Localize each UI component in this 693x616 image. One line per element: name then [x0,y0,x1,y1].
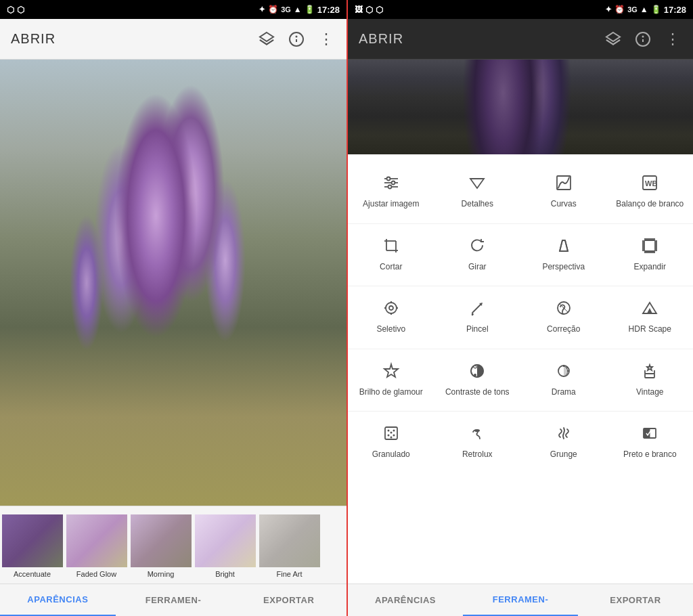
left-panel: ⬡ ⬡ ✦ ⏰ 3G ▲ 🔋 17:28 ABRIR [0,0,346,616]
status-icons-right: ✦ ⏰ 3G ▲ 🔋 17:28 [259,5,340,15]
image-area-right [348,60,693,154]
curvas-icon [552,171,576,195]
info-icon[interactable] [287,30,306,49]
tool-retrolux[interactable]: Retrolux [439,417,516,464]
tool-curvas[interactable]: Curvas [524,167,602,214]
bottom-nav-exportar-left[interactable]: EXPORTAR [231,584,346,616]
tool-perspectiva[interactable]: Perspectiva [524,229,602,277]
filter-faded-glow[interactable]: Faded Glow [64,506,129,584]
tool-girar[interactable]: Girar [439,229,516,277]
tool-label-glamour: Brilho de glamour [359,387,423,398]
tool-correcao[interactable]: Correção [524,292,602,339]
bottom-nav-right: APARÊNCIAS FERRAMEN- EXPORTAR [348,584,693,616]
tool-label-hdr: HDR Scape [629,324,671,335]
bottom-nav-aparencias-right[interactable]: APARÊNCIAS [348,584,463,616]
right-panel: 🖼 ⬡ ⬡ ✦ ⏰ 3G ▲ 🔋 17:28 ABRIR [346,0,693,616]
crop-icon [379,234,403,258]
svg-point-49 [474,374,476,376]
toolbar-icons-right: ⋮ [604,30,682,49]
bottom-nav-ferramen-left[interactable]: FERRAMEN- [116,584,231,616]
toolbar-icons-left: ⋮ [257,30,336,49]
svg-point-12 [391,181,395,185]
tools-row-2: Cortar Girar [348,224,693,287]
info-icon-right[interactable] [633,30,652,49]
tool-expandir[interactable]: Expandir [611,229,689,277]
tool-cortar[interactable]: Cortar [352,229,430,277]
tool-seletivo[interactable]: Seletivo [352,292,430,339]
filter-label-faded-glow: Faded Glow [76,570,116,578]
pb-icon [638,421,662,445]
rotate-icon [465,234,489,258]
filter-thumb-faded-glow [66,514,127,567]
more-vert-icon-right[interactable]: ⋮ [663,30,682,49]
tool-granulado[interactable]: Granulado [352,417,430,464]
expand-icon [638,234,662,258]
bottom-nav-aparencias-left[interactable]: APARÊNCIAS [0,584,116,616]
status-icons-left: ⬡ ⬡ [7,5,24,15]
correcao-icon [552,296,576,320]
tool-label-vintage: Vintage [636,387,663,398]
bottom-nav-ferramen-right[interactable]: FERRAMEN- [463,584,578,616]
filter-label-morning: Morning [148,570,175,578]
bluetooth-icon: ✦ [259,5,265,14]
filter-strip[interactable]: Accentuate Faded Glow Morning Bright Fin… [0,506,346,584]
layers-icon[interactable] [257,30,276,49]
tool-hdr-scape[interactable]: HDR Scape [611,292,689,339]
status-icons-right-right: ✦ ⏰ 3G ▲ 🔋 17:28 [605,5,686,15]
battery-icon-r: 🔋 [651,5,661,14]
time-display: 17:28 [317,5,340,15]
svg-point-59 [387,430,389,432]
vintage-icon [638,359,662,383]
svg-marker-14 [470,179,484,188]
granulado-icon [379,421,403,445]
svg-point-33 [389,306,393,310]
signal-icon-r: ▲ [640,5,648,14]
photo-icon: 🖼 [355,5,363,14]
tool-drama[interactable]: Drama [524,355,602,402]
svg-point-11 [386,177,390,181]
filter-thumb-fine-art [259,514,320,567]
filter-morning[interactable]: Morning [129,506,193,584]
filter-accentuate[interactable]: Accentuate [0,506,64,584]
status-bar-right: 🖼 ⬡ ⬡ ✦ ⏰ 3G ▲ 🔋 17:28 [348,0,693,19]
layers-icon-right[interactable] [604,30,623,49]
svg-point-61 [393,430,395,432]
filter-thumb-accentuate [2,514,63,567]
tool-label-contraste: Contraste de tons [445,387,510,398]
tool-preto-branco[interactable]: Preto e branco [611,417,689,464]
triangle-icon [465,171,489,195]
filter-label-bright: Bright [215,570,235,578]
drama-icon [552,359,576,383]
tool-pincel[interactable]: Pincel [439,292,516,339]
tool-label-perspectiva: Perspectiva [542,262,585,273]
network-icon: 3G [281,5,291,14]
svg-marker-54 [647,365,652,370]
svg-rect-27 [644,240,655,251]
status-icons-right-left: 🖼 ⬡ ⬡ [355,5,383,15]
tool-balanco-branco[interactable]: WB Balanço de branco [611,167,689,214]
tool-contraste-tons[interactable]: Contraste de tons [439,355,516,402]
tool-vintage[interactable]: Vintage [611,355,689,402]
svg-point-41 [561,313,563,315]
tool-label-detalhes: Detalhes [462,199,493,210]
tool-label-ajustar: Ajustar imagem [363,199,419,210]
bottom-nav-exportar-right[interactable]: EXPORTAR [578,584,693,616]
filter-fine-art[interactable]: Fine Art [257,506,321,584]
filter-thumb-morning [131,514,192,567]
battery-icon: 🔋 [305,5,315,14]
svg-point-60 [390,432,392,434]
svg-marker-44 [647,308,652,313]
tool-grunge[interactable]: Grunge [524,417,602,464]
tool-detalhes[interactable]: Detalhes [439,167,516,214]
tools-row-1: Ajustar imagem Detalhes [348,161,693,224]
perspectiva-icon [552,234,576,258]
tool-brilho-glamour[interactable]: Brilho de glamour [352,355,430,402]
tool-ajustar-imagem[interactable]: Ajustar imagem [352,167,430,214]
logo-icon-right: ⬡ ⬡ [365,5,383,15]
hdr-icon [638,296,662,320]
filter-bright[interactable]: Bright [193,506,257,584]
tool-label-girar: Girar [468,262,487,273]
toolbar-title-right: ABRIR [359,31,604,47]
tool-label-correcao: Correção [547,324,580,335]
more-vert-icon[interactable]: ⋮ [317,30,336,49]
